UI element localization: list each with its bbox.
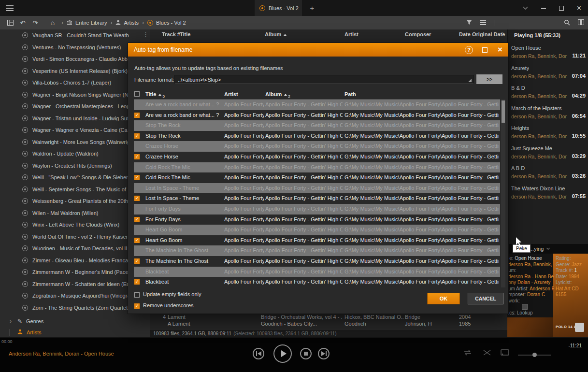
scrollbar-thumb[interactable]	[502, 100, 505, 123]
dialog-maximize-icon[interactable]	[482, 47, 488, 53]
cell-title: Lost In Space - Theme	[145, 185, 222, 191]
autotag-row[interactable]: ✓Cold Rock The MicApollo Four FortyApoll…	[134, 172, 500, 183]
column-header-path[interactable]: Path	[344, 91, 356, 97]
remove-underscores-checkbox[interactable]: ✓	[134, 303, 140, 309]
autotag-row[interactable]: ✓Are we a rock band or what... ?Apollo F…	[134, 110, 500, 121]
playing-list-item[interactable]: March of the Hipstersderson Ra, Bennink,…	[508, 103, 588, 123]
autotag-row[interactable]: ✓Lost In Space - ThemeApollo Four FortyA…	[134, 193, 500, 204]
column-header-artist[interactable]: Artist	[224, 91, 238, 97]
column-header-date[interactable]: Date	[459, 31, 471, 37]
sidebar-node-artists[interactable]: Artists	[0, 327, 150, 337]
minimize-button[interactable]	[534, 0, 552, 16]
now-playing-track-label[interactable]: Anderson Ra, Bennink, Doran - Open House	[9, 351, 114, 357]
row-checkbox-checked[interactable]: ✓	[134, 154, 140, 159]
album-artwork-strip[interactable]	[507, 317, 553, 337]
autotag-row[interactable]: ✓The Machine In The GhostApollo Four For…	[134, 256, 500, 267]
playing-list-item[interactable]: A B Dderson Ra, Bennink, Dora...03:26	[508, 163, 588, 183]
panel-layout-icon[interactable]	[4, 20, 16, 26]
cancel-button[interactable]: CANCEL	[468, 293, 503, 304]
close-button[interactable]: ×	[570, 0, 588, 16]
filename-format-input[interactable]	[174, 75, 474, 84]
update-empty-checkbox[interactable]	[134, 292, 140, 298]
playing-list-item[interactable]: Open Housederson Ra, Bennink, Dora...11:…	[508, 43, 588, 63]
next-track-button[interactable]	[318, 348, 330, 359]
now-playing-header-label: ...ying	[530, 246, 544, 252]
playing-header[interactable]: Playing 1/8 (55:33)	[508, 29, 588, 38]
column-header-album[interactable]: Album	[265, 31, 287, 37]
autotag-row[interactable]: ✓Stop The RockApollo Four FortyApollo Fo…	[134, 131, 500, 142]
row-checkbox-checked[interactable]: ✓	[134, 175, 140, 180]
table-scrollbar[interactable]	[501, 100, 505, 287]
autotag-row[interactable]: ✓Heart Go BoomApollo Four FortyApollo Fo…	[134, 235, 500, 246]
cast-icon[interactable]	[501, 349, 509, 356]
cell-artist: Apollo Four Forty	[224, 122, 264, 128]
combo-dropdown-icon[interactable]	[468, 79, 472, 82]
main-menu-icon[interactable]	[6, 5, 14, 11]
breadcrumb-entire-library[interactable]: Entire Library	[67, 20, 107, 26]
repeat-icon[interactable]	[463, 350, 473, 356]
preview-expand-button[interactable]: >>	[476, 74, 502, 84]
cell-title: Cold Rock The Mic	[145, 164, 222, 170]
autotag-row[interactable]: Lost In Space - ThemeApollo Four FortyAp…	[134, 183, 500, 194]
autotag-row[interactable]: Cold Rock The MicApollo Four FortyApollo…	[134, 162, 500, 173]
table-row[interactable]: A LamentGoodrich - Babes City...Goodrich…	[150, 321, 507, 328]
autotag-row[interactable]: Are we a rock band or what... ?Apollo Fo…	[134, 100, 500, 110]
autotag-row[interactable]: ✓For Forty DaysApollo Four FortyApollo F…	[134, 215, 500, 225]
stop-button[interactable]	[300, 348, 312, 359]
autotag-row[interactable]: Heart Go BoomApollo Four FortyApollo Fou…	[134, 225, 500, 235]
filter-icon[interactable]	[466, 20, 472, 26]
sidebar-node-genres[interactable]: › ✎ Genres	[0, 315, 150, 327]
row-checkbox-checked[interactable]: ✓	[134, 113, 140, 118]
breadcrumb-artists[interactable]: Artists	[115, 20, 139, 26]
tab-blues-vol2[interactable]: Blues - Vol 2	[255, 0, 302, 16]
autotag-row[interactable]: BlackbeatApollo Four FortyApollo Four Fo…	[134, 267, 500, 277]
table-row[interactable]: 4LamentBridge - Orchestral Works, vol 4 …	[150, 314, 507, 321]
help-icon[interactable]: ?	[465, 46, 473, 54]
ok-button[interactable]: OK	[427, 293, 460, 304]
column-header-album[interactable]: Album2	[265, 91, 290, 99]
column-options-kebab-icon[interactable]: ⋮	[500, 31, 505, 37]
row-checkbox-checked[interactable]: ✓	[134, 217, 140, 222]
view-chevron-icon[interactable]	[494, 20, 494, 26]
play-button[interactable]	[273, 344, 292, 363]
home-icon[interactable]: ⌂	[46, 19, 59, 27]
volume-knob[interactable]	[532, 353, 537, 357]
column-header-title[interactable]: Title	[180, 31, 190, 37]
row-checkbox-checked[interactable]: ✓	[134, 196, 140, 201]
playing-list-item[interactable]: The Waters Dixon Linederson Ra, Bennink,…	[508, 183, 588, 203]
autotag-row[interactable]: The Machine In The GhostApollo Four Fort…	[134, 245, 500, 256]
row-checkbox-checked[interactable]: ✓	[134, 238, 140, 243]
list-view-icon[interactable]	[480, 20, 486, 25]
sidebar-options-kebab-icon[interactable]: ⋮	[143, 31, 148, 38]
playing-list-item[interactable]: Heightsderson Ra, Bennink, Dora...10:55	[508, 123, 588, 143]
column-header-track[interactable]: Track #	[162, 31, 180, 37]
search-icon[interactable]	[564, 19, 570, 27]
autotag-row[interactable]: For Forty DaysApollo Four FortyApollo Fo…	[134, 204, 500, 215]
autotag-row[interactable]: Crazee HorseApollo Four FortyApollo Four…	[134, 141, 500, 152]
new-tab-button[interactable]: +	[307, 3, 317, 13]
column-header-artist[interactable]: Artist	[344, 31, 359, 37]
previous-track-button[interactable]	[253, 348, 264, 359]
playing-list-item[interactable]: Azuretyderson Ra, Bennink, Dora...07:04	[508, 63, 588, 83]
maximize-button[interactable]	[552, 0, 570, 16]
playing-list-item[interactable]: Just Squeeze Mederson Ra, Bennink, Dora.…	[508, 143, 588, 163]
expand-arrow-icon[interactable]: ›	[10, 318, 14, 325]
shuffle-icon[interactable]	[483, 350, 491, 356]
autotag-row[interactable]: Stop The RockApollo Four FortyApollo Fou…	[134, 120, 500, 131]
row-checkbox-checked[interactable]: ✓	[134, 279, 140, 285]
playing-list-item[interactable]: B & Dderson Ra, Bennink, Dora...04:29	[508, 83, 588, 103]
row-checkbox-checked[interactable]: ✓	[134, 258, 140, 264]
columns-layout-icon[interactable]	[578, 19, 584, 26]
dialog-close-icon[interactable]: ×	[498, 45, 502, 55]
column-header-composer[interactable]: Composer	[405, 31, 431, 37]
compact-chevron-icon[interactable]	[516, 0, 534, 16]
select-all-checkbox[interactable]	[134, 91, 140, 97]
dialog-titlebar[interactable]: Auto-tag from filename ? ×	[128, 43, 508, 57]
autotag-row[interactable]: ✓Crazee HorseApollo Four FortyApollo Fou…	[134, 152, 500, 162]
breadcrumb-album[interactable]: Blues - Vol 2	[147, 20, 186, 26]
sidebar-item[interactable]: Vaughan SR - Couldn't Stand The Weather …	[0, 29, 150, 42]
column-header-title[interactable]: Title5	[145, 91, 165, 99]
autotag-row[interactable]: ✓BlackbeatApollo Four FortyApollo Four F…	[134, 277, 500, 287]
undo-icon[interactable]: ↶	[16, 19, 29, 27]
row-checkbox-checked[interactable]: ✓	[134, 133, 140, 139]
